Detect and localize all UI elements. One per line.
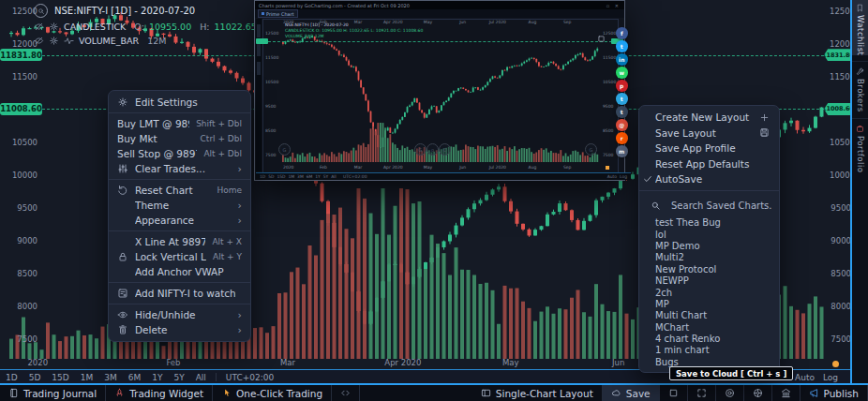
- context-menu-item[interactable]: X Line At 9897.59 Alt + X: [109, 234, 250, 249]
- saved-chart-item[interactable]: MChart: [639, 321, 779, 333]
- context-menu-item[interactable]: Buy Mkt Ctrl + Dbl: [109, 131, 250, 146]
- share-icon[interactable]: t: [616, 93, 628, 105]
- context-menu-item[interactable]: Lock Vertical Line Alt + Y: [109, 249, 250, 264]
- saved-chart-item[interactable]: test Thea Bug: [639, 217, 779, 229]
- side-tab[interactable]: Brokers: [852, 61, 868, 112]
- context-menu-item[interactable]: Add NIFTY-I to watchlist: [109, 286, 250, 301]
- side-tab[interactable]: Watchlist: [852, 0, 868, 55]
- context-menu-item[interactable]: Edit Settings: [109, 95, 250, 110]
- timeframe-button[interactable]: 3M: [98, 373, 123, 382]
- price-tick-label: 9000: [830, 236, 851, 245]
- statusbar-button[interactable]: [687, 385, 715, 401]
- price-tick-label: 7500: [0, 334, 37, 344]
- share-icon[interactable]: m: [616, 145, 628, 157]
- context-menu-item[interactable]: Appearance: [109, 213, 250, 228]
- saved-chart-item[interactable]: 2ch: [639, 287, 779, 298]
- share-icon[interactable]: t: [616, 40, 628, 52]
- series-settings-icon[interactable]: [49, 22, 59, 32]
- symbol-title: NSE:NIFTY-I [1D] - 2020-07-20: [54, 6, 195, 16]
- share-icon[interactable]: p: [616, 80, 628, 92]
- context-menu-item[interactable]: Sell Stop @ 9897.59 Alt + Dbl: [109, 146, 250, 161]
- statusbar-button[interactable]: Single-Chart Layout: [472, 385, 602, 401]
- preview-date-label: Mar: [354, 20, 363, 24]
- context-menu-item[interactable]: Clear Trades...: [109, 161, 250, 176]
- menu-divider: [109, 230, 250, 231]
- date-label: May: [502, 358, 519, 367]
- price-tick-label: 10500: [0, 138, 37, 147]
- statusbar-button[interactable]: Save: [602, 385, 659, 401]
- timeframe-button[interactable]: 1Y: [146, 373, 168, 382]
- context-menu-item[interactable]: Buy LMT @ 9897.59 Shift + Dbl: [109, 116, 250, 131]
- share-icon[interactable]: @: [616, 119, 628, 131]
- journal-icon: [8, 388, 19, 398]
- timeframe-button[interactable]: 15D: [46, 373, 74, 382]
- hide-volume-icon[interactable]: [34, 36, 44, 46]
- statusbar-button[interactable]: [659, 385, 687, 401]
- submenu-chevron-icon: [238, 310, 242, 320]
- statusbar-button[interactable]: [715, 385, 743, 401]
- snapshot-icon[interactable]: [597, 35, 606, 43]
- saved-chart-item[interactable]: Multi Chart: [639, 310, 779, 321]
- statusbar-button[interactable]: One-Click Trading: [212, 385, 331, 401]
- timeframe-button[interactable]: 5Y: [168, 373, 189, 382]
- preview-price-label: 8500: [265, 128, 276, 133]
- layout-menu: Create New Layout Save Layout Save App P…: [638, 105, 780, 373]
- sliders-icon: [117, 163, 128, 174]
- statusbar-button[interactable]: [331, 385, 360, 401]
- statusbar-button[interactable]: Trading Journal: [0, 385, 105, 401]
- price-tick-label: 8500: [830, 269, 851, 278]
- statusbar-button[interactable]: Trading Widget: [105, 385, 212, 401]
- statusbar-button[interactable]: [743, 385, 771, 401]
- menu-action-icon: [759, 112, 770, 123]
- layout-menu-item[interactable]: Create New Layout: [639, 110, 779, 126]
- layout-menu-item[interactable]: Reset App Defaults: [639, 156, 779, 172]
- layout-icon: [481, 388, 491, 398]
- saved-chart-item[interactable]: MP: [639, 298, 779, 309]
- volume-settings-icon[interactable]: [49, 36, 59, 46]
- saved-chart-item[interactable]: 1 min chart: [639, 345, 779, 356]
- context-menu-item[interactable]: Delete: [109, 322, 250, 337]
- context-menu-item[interactable]: Hide/Unhide: [109, 307, 250, 322]
- share-icon[interactable]: in: [616, 53, 628, 66]
- auto-scale-toggle[interactable]: Auto: [795, 373, 815, 382]
- price-badge: 11831.80: [0, 49, 42, 61]
- search-input[interactable]: [669, 200, 776, 212]
- hide-series-icon[interactable]: [34, 22, 44, 32]
- share-icon[interactable]: w: [616, 67, 628, 79]
- watchlist-add-icon: [117, 288, 128, 299]
- statusbar-button[interactable]: [771, 385, 800, 401]
- context-menu-item[interactable]: Reset Chart Home: [109, 183, 250, 198]
- saved-chart-item[interactable]: 4 chart Renko: [639, 333, 779, 344]
- price-tick-label: 7500: [830, 334, 851, 344]
- share-icon[interactable]: t: [616, 106, 628, 118]
- saved-chart-item[interactable]: Multi2: [639, 252, 779, 263]
- price-tick-label: 8500: [0, 269, 37, 278]
- layout-menu-item[interactable]: Save App Profile: [639, 141, 779, 156]
- saved-chart-item[interactable]: NEWPP: [639, 275, 779, 286]
- timeframe-button[interactable]: 5D: [23, 373, 47, 382]
- layout-menu-item[interactable]: AutoSave: [639, 171, 779, 187]
- submenu-chevron-icon: [238, 215, 242, 226]
- context-menu-item[interactable]: Add Anchor VWAP: [109, 264, 250, 279]
- context-menu-item[interactable]: Theme: [109, 198, 250, 213]
- layout-menu-item[interactable]: Save Layout: [639, 126, 779, 141]
- share-icon[interactable]: r: [616, 132, 628, 144]
- saved-chart-item[interactable]: MP Demo: [639, 240, 779, 251]
- timeframe-button[interactable]: All: [190, 373, 212, 382]
- timezone-label[interactable]: UTC+02:00: [220, 373, 279, 382]
- statusbar-button[interactable]: Publish: [800, 385, 868, 401]
- log-scale-toggle[interactable]: Log: [823, 373, 838, 382]
- saved-chart-item[interactable]: New Protocol: [639, 263, 779, 275]
- saved-chart-item[interactable]: lol: [639, 229, 779, 240]
- timeframe-button[interactable]: 1D: [0, 373, 23, 382]
- timeframe-button[interactable]: 6M: [123, 373, 147, 382]
- chart-preview-window[interactable]: Charts powered by GoCharting.com - Creat…: [254, 0, 625, 181]
- menu-divider: [109, 282, 250, 283]
- side-tab[interactable]: Portfolio: [852, 118, 868, 172]
- preview-date-label: May: [424, 20, 432, 24]
- symbol-search-icon[interactable]: [34, 4, 48, 18]
- timeframe-button[interactable]: 1M: [75, 373, 99, 382]
- preview-price-line: [263, 41, 617, 42]
- gocharting-watermark-icon: G: [585, 143, 597, 156]
- share-icon[interactable]: f: [616, 27, 628, 39]
